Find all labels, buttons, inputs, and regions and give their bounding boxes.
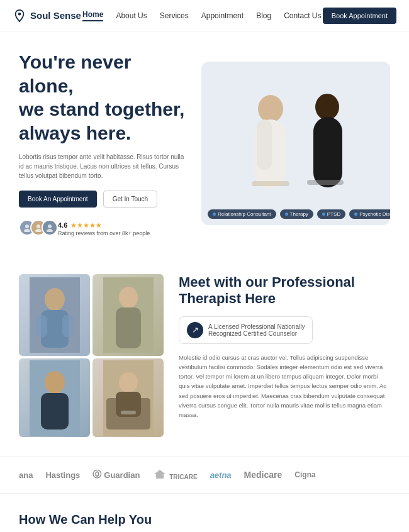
- rating-text: Rating reviews from over 8k+ people: [58, 230, 150, 236]
- hero-title-plain1: You're: [19, 52, 81, 72]
- therapist-image-grid: [19, 274, 164, 437]
- therapist-img-4: [92, 358, 164, 437]
- svg-point-8: [258, 95, 283, 123]
- hero-left: You're never alone, we stand together, a…: [19, 50, 201, 236]
- get-in-touch-button[interactable]: Get In Touch: [103, 191, 158, 208]
- svg-point-3: [36, 224, 40, 228]
- nav-blog[interactable]: Blog: [256, 11, 271, 20]
- hero-tag-1: Relationship Consultant: [208, 209, 276, 219]
- therapist-heading: Meet with our Professional Therapist Her…: [179, 274, 390, 308]
- svg-point-6: [47, 229, 53, 232]
- svg-rect-19: [62, 315, 74, 337]
- nav-home[interactable]: Home: [82, 10, 103, 21]
- svg-point-11: [315, 94, 339, 120]
- nav-appointment[interactable]: Appointment: [201, 11, 244, 20]
- hero-section: You're never alone, we stand together, a…: [0, 31, 409, 249]
- svg-rect-12: [313, 117, 342, 187]
- hero-tag-4: Psychotic Disorders: [349, 209, 390, 219]
- rating-score-row: 4.6 ★★★★★: [58, 219, 150, 230]
- svg-point-16: [45, 288, 65, 311]
- nav-links: Home About Us Services Appointment Blog …: [82, 10, 322, 21]
- therapist-img-2: [92, 274, 164, 356]
- tag-label-1: Relationship Consultant: [218, 211, 271, 217]
- rating-score: 4.6: [58, 221, 67, 229]
- hero-tag-3: PTSD: [317, 209, 345, 219]
- nav-contact[interactable]: Contact Us: [284, 11, 321, 20]
- brand-aetna: aetna: [210, 470, 232, 480]
- hero-title-bold2: here.: [86, 123, 132, 143]
- therapist-section: Meet with our Professional Therapist Her…: [0, 255, 409, 456]
- brand-hastings: Hastings: [45, 470, 80, 480]
- hero-title: You're never alone, we stand together, a…: [19, 50, 189, 145]
- tag-label-4: Psychotic Disorders: [359, 211, 390, 217]
- svg-rect-14: [307, 180, 344, 185]
- svg-rect-25: [41, 393, 69, 429]
- therapist-heading-line1: Meet with our Professional: [179, 274, 355, 290]
- brand-tricare: TRICARE: [152, 469, 197, 480]
- nav-about[interactable]: About Us: [116, 11, 147, 20]
- hero-title-plain3: always: [19, 123, 86, 143]
- brand-guardian-label: Guardian: [104, 470, 140, 480]
- hero-tags: Relationship Consultant Therapy PTSD Psy…: [201, 209, 390, 219]
- nav-services[interactable]: Services: [160, 11, 189, 20]
- therapist-img-3: [19, 358, 90, 437]
- hero-tag-2: Therapy: [280, 209, 313, 219]
- svg-point-28: [119, 372, 138, 392]
- brand-medicare: Medicare: [244, 470, 283, 480]
- hero-title-line2: we stand together,: [19, 99, 184, 119]
- svg-point-24: [45, 371, 65, 394]
- brand-guardian: ⓪ Guardian: [92, 469, 140, 480]
- svg-point-21: [119, 287, 138, 308]
- therapist-images: [19, 274, 164, 437]
- brand-ana: ana: [19, 470, 33, 480]
- brand-tricare-label: TRICARE: [169, 474, 197, 480]
- brand: Soul Sense: [13, 9, 81, 23]
- book-appointment-button[interactable]: Book An Appointment: [19, 191, 97, 208]
- brand-name: Soul Sense: [30, 10, 81, 21]
- avatar-stack: [19, 219, 53, 236]
- therapist-img-1: [19, 274, 90, 356]
- avatar-3: [42, 219, 58, 236]
- hero-buttons: Book An Appointment Get In Touch: [19, 191, 189, 208]
- svg-rect-18: [36, 315, 47, 337]
- help-heading: How We Can Help You: [19, 513, 390, 527]
- rating-info: 4.6 ★★★★★ Rating reviews from over 8k+ p…: [58, 219, 150, 236]
- hero-subtitle: Lobortis risus tempor ante velit habitas…: [19, 152, 189, 180]
- svg-point-4: [35, 229, 42, 232]
- nav-book-button[interactable]: Book Appointment: [323, 8, 396, 24]
- hero-illustration: [201, 62, 390, 225]
- certified-badge: ↗ A Licensed Professional NationallyReco…: [179, 316, 313, 344]
- therapist-right: Meet with our Professional Therapist Her…: [179, 274, 390, 419]
- hero-image: Relationship Consultant Therapy PTSD Psy…: [201, 62, 390, 225]
- certified-icon: ↗: [187, 322, 203, 338]
- svg-rect-13: [252, 181, 289, 186]
- navbar: Soul Sense Home About Us Services Appoin…: [0, 0, 409, 31]
- hero-bg: Relationship Consultant Therapy PTSD Psy…: [201, 62, 390, 225]
- tag-label-3: PTSD: [327, 211, 340, 217]
- brand-cigna: Cigna: [294, 470, 315, 479]
- svg-rect-22: [116, 308, 141, 348]
- certified-text: A Licensed Professional NationallyRecogn…: [208, 323, 305, 337]
- tag-label-2: Therapy: [290, 211, 308, 217]
- svg-point-1: [25, 224, 29, 228]
- brands-section: ana Hastings ⓪ Guardian TRICARE aetna Me…: [0, 456, 409, 494]
- svg-point-2: [24, 229, 30, 232]
- therapist-heading-line2: Therapist Here: [179, 291, 276, 306]
- svg-rect-10: [257, 119, 272, 170]
- svg-rect-7: [201, 62, 390, 225]
- tricare-logo-icon: [152, 469, 167, 479]
- svg-point-5: [48, 224, 52, 228]
- guardian-icon: ⓪: [92, 469, 101, 480]
- help-section: How We Can Help You 01 Initial Assessmen…: [0, 494, 409, 532]
- rating-stars: ★★★★★: [70, 221, 102, 229]
- brand-icon: [13, 9, 26, 23]
- rating-row: 4.6 ★★★★★ Rating reviews from over 8k+ p…: [19, 219, 189, 236]
- svg-rect-30: [121, 411, 136, 414]
- svg-point-0: [18, 12, 21, 15]
- therapist-description: Molestie id odio cursus at cras auctor v…: [179, 353, 390, 419]
